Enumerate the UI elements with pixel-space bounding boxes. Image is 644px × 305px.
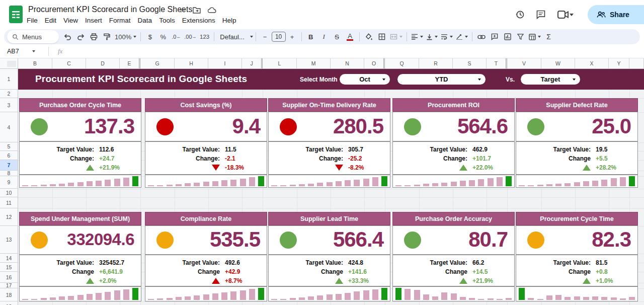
menu-help[interactable]: Help — [219, 15, 240, 26]
column-header-E[interactable]: E — [120, 58, 140, 69]
row-header-2[interactable]: 2 — [0, 90, 18, 98]
column-header-Q[interactable]: Q — [385, 58, 419, 69]
move-to-folder-icon[interactable] — [193, 7, 201, 14]
table-views-button[interactable] — [527, 31, 542, 43]
menu-insert[interactable]: Insert — [82, 15, 106, 26]
compare-dropdown[interactable]: Target — [521, 74, 580, 85]
column-header-O[interactable]: O — [364, 58, 385, 69]
column-header-D[interactable]: D — [86, 58, 120, 69]
search-menus-button[interactable]: Menus — [7, 30, 59, 43]
row-header-17[interactable]: 17 — [0, 283, 18, 288]
more-formats-button[interactable]: 123 — [198, 31, 211, 43]
format-currency-button[interactable]: $ — [143, 31, 156, 43]
undo-button[interactable] — [61, 31, 74, 43]
menu-format[interactable]: Format — [106, 15, 134, 26]
column-header-T[interactable]: T — [487, 58, 507, 69]
column-header-I[interactable]: I — [208, 58, 242, 69]
star-icon[interactable]: ☆ — [179, 6, 186, 15]
text-wrap-button[interactable] — [439, 31, 454, 43]
column-header-R[interactable]: R — [419, 58, 453, 69]
text-color-button[interactable]: A — [344, 31, 357, 43]
strikethrough-button[interactable]: S — [331, 31, 344, 43]
row-header-14[interactable]: 14 — [0, 254, 18, 263]
increase-font-size-button[interactable]: + — [286, 31, 299, 43]
document-title[interactable]: Procurement KPI Scorecard in Google Shee… — [28, 5, 192, 14]
column-header-N[interactable]: N — [331, 58, 364, 69]
row-header-8[interactable]: 8 — [0, 171, 18, 176]
row-header-16[interactable]: 16 — [0, 272, 18, 283]
select-all-corner[interactable] — [0, 58, 18, 69]
redo-button[interactable] — [74, 31, 87, 43]
decrease-font-size-button[interactable]: − — [259, 31, 272, 43]
kpi-value-area: 82.3 — [516, 225, 638, 255]
menu-data[interactable]: Data — [134, 15, 156, 26]
version-history-icon[interactable] — [509, 5, 530, 25]
row-header-7[interactable]: 7 — [0, 160, 18, 171]
row-header-1[interactable]: 1 — [0, 69, 18, 90]
menu-view[interactable]: View — [60, 15, 82, 26]
functions-button[interactable]: Σ — [542, 31, 555, 43]
meet-video-call-icon[interactable] — [551, 5, 580, 25]
horizontal-align-button[interactable] — [410, 31, 425, 43]
italic-button[interactable]: I — [317, 31, 331, 43]
menu-edit[interactable]: Edit — [41, 15, 60, 26]
insert-chart-button[interactable] — [501, 31, 514, 43]
column-header-C[interactable]: C — [52, 58, 86, 69]
menu-extensions[interactable]: Extensions — [179, 15, 219, 26]
row-header-18[interactable]: 18 — [0, 288, 18, 301]
column-header-partial[interactable] — [629, 58, 644, 69]
cloud-status-icon[interactable] — [208, 7, 216, 13]
change-percent: +22.0% — [467, 164, 493, 171]
font-family-select[interactable]: Defaul... — [217, 31, 248, 43]
comments-icon[interactable] — [530, 5, 551, 25]
menu-file[interactable]: File — [23, 15, 41, 26]
sparkline-bar — [280, 299, 286, 300]
row-header-6[interactable]: 6 — [0, 151, 18, 160]
insert-link-button[interactable] — [475, 31, 488, 43]
row-header-13[interactable]: 13 — [0, 226, 18, 254]
row-header-12[interactable]: 12 — [0, 208, 18, 226]
column-header-S[interactable]: S — [453, 58, 487, 69]
bold-button[interactable]: B — [304, 31, 317, 43]
month-dropdown[interactable]: Oct — [340, 74, 390, 85]
formula-input[interactable] — [62, 44, 644, 58]
column-header-J[interactable]: J — [242, 58, 263, 69]
column-header-Y[interactable]: Y — [609, 58, 629, 69]
name-box[interactable]: AB7 — [0, 48, 43, 55]
column-header-X[interactable]: X — [575, 58, 609, 69]
print-button[interactable] — [87, 31, 100, 43]
paint-format-button[interactable] — [100, 31, 113, 43]
column-header-L[interactable]: L — [263, 58, 297, 69]
increase-decimal-button[interactable]: .00→ — [183, 31, 198, 43]
google-sheets-logo-icon[interactable] — [9, 6, 23, 23]
column-header-H[interactable]: H — [175, 58, 208, 69]
borders-button[interactable] — [375, 31, 388, 43]
row-header-19[interactable]: 19 — [0, 301, 18, 305]
menu-tools[interactable]: Tools — [155, 15, 179, 26]
row-header-5[interactable]: 5 — [0, 142, 18, 151]
row-header-3[interactable]: 3 — [0, 98, 18, 112]
sheet-canvas[interactable]: Procurement KPI Scorecard in Google Shee… — [18, 69, 644, 305]
column-header-V[interactable]: V — [507, 58, 541, 69]
vertical-align-button[interactable] — [425, 31, 439, 43]
row-header-15[interactable]: 15 — [0, 263, 18, 272]
share-button[interactable]: Share — [588, 5, 644, 24]
column-header-M[interactable]: M — [297, 58, 331, 69]
fill-color-button[interactable] — [362, 31, 375, 43]
row-header-9[interactable]: 9 — [0, 176, 18, 189]
column-header-B[interactable]: B — [18, 58, 52, 69]
column-header-W[interactable]: W — [541, 58, 575, 69]
text-rotation-button[interactable] — [454, 31, 469, 43]
row-header-10[interactable]: 10 — [0, 189, 18, 197]
decrease-decimal-button[interactable]: .0← — [170, 31, 183, 43]
zoom-select[interactable]: 100% — [113, 31, 138, 43]
column-header-G[interactable]: G — [140, 58, 175, 69]
font-size-input[interactable]: 10 — [272, 32, 286, 42]
create-filter-button[interactable] — [514, 31, 527, 43]
video-call-dropdown-caret[interactable] — [570, 14, 574, 16]
row-header-4[interactable]: 4 — [0, 112, 18, 142]
row-header-11[interactable]: 11 — [0, 197, 18, 208]
period-dropdown[interactable]: YTD — [397, 74, 486, 85]
format-percent-button[interactable]: % — [156, 31, 170, 43]
insert-comment-button[interactable] — [488, 31, 501, 43]
